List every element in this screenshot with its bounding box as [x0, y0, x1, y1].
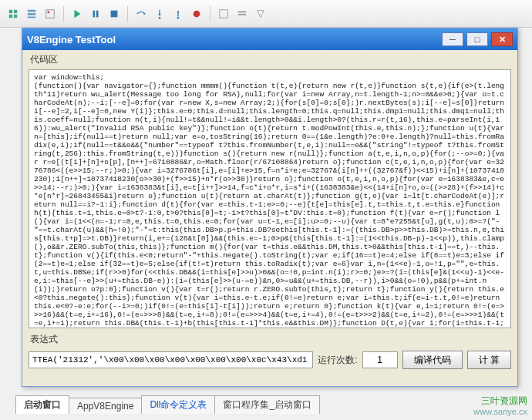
tab-appv8engine[interactable]: AppV8Engine	[69, 398, 142, 414]
svg-rect-7	[46, 9, 55, 18]
svg-point-20	[194, 10, 200, 17]
toolbar-btn-a[interactable]	[215, 5, 232, 22]
svg-rect-6	[28, 16, 36, 18]
expression-input[interactable]	[29, 351, 313, 368]
close-button[interactable]: ✕	[491, 32, 513, 46]
stop-icon[interactable]	[106, 5, 123, 22]
svg-rect-22	[238, 11, 247, 12]
svg-point-16	[159, 16, 161, 18]
compile-button[interactable]: 编译代码	[402, 351, 463, 369]
toolbar-btn-c[interactable]	[252, 5, 269, 22]
code-section-label: 代码区	[22, 50, 517, 68]
tab-dll-commands[interactable]: Dll命令定义表	[141, 395, 215, 414]
window-title: V8Engine TestTool	[27, 34, 439, 45]
titlebar[interactable]: V8Engine TestTool ─ □ ✕	[22, 29, 517, 50]
tab-window-assembly[interactable]: 窗口程序集_启动窗口	[214, 395, 320, 414]
step-into-icon[interactable]	[151, 5, 168, 22]
svg-marker-15	[158, 14, 161, 16]
step-out-icon[interactable]	[170, 5, 187, 22]
watermark-url: www.sanye.cx	[473, 406, 527, 417]
calc-button[interactable]: 计 算	[467, 351, 511, 369]
tab-startup-window[interactable]: 启动窗口	[15, 395, 69, 414]
run-icon[interactable]	[69, 5, 86, 22]
expr-row: 运行次数: 编译代码 计 算	[29, 351, 511, 369]
svg-rect-10	[93, 10, 96, 17]
code-textarea[interactable]: var window=this; (function(){var navigat…	[29, 69, 511, 328]
svg-rect-21	[220, 9, 228, 18]
svg-rect-2	[9, 14, 12, 17]
test-tool-window: V8Engine TestTool ─ □ ✕ 代码区 var window=t…	[22, 28, 518, 387]
toolbar-btn-b[interactable]	[234, 5, 251, 22]
svg-rect-8	[48, 11, 50, 13]
expr-section-label: 表达式	[22, 330, 517, 348]
watermark-text: 三叶资源网	[473, 395, 527, 406]
toolbar-btn-2[interactable]	[23, 5, 40, 22]
svg-marker-9	[75, 9, 81, 18]
svg-rect-23	[238, 14, 247, 15]
run-count-label: 运行次数:	[318, 354, 357, 367]
maximize-button[interactable]: □	[466, 32, 488, 46]
svg-rect-0	[9, 9, 12, 12]
svg-marker-24	[258, 10, 264, 17]
svg-rect-11	[96, 10, 99, 17]
breakpoint-icon[interactable]	[188, 5, 205, 22]
pause-icon[interactable]	[87, 5, 104, 22]
svg-marker-18	[177, 10, 180, 12]
bottom-tabs: 启动窗口 AppV8Engine Dll命令定义表 窗口程序集_启动窗口	[15, 395, 319, 414]
svg-rect-1	[14, 9, 17, 12]
svg-point-19	[177, 16, 180, 18]
svg-rect-3	[14, 14, 17, 17]
toolbar-btn-1[interactable]	[5, 5, 22, 22]
ide-toolbar	[0, 0, 532, 28]
svg-rect-5	[28, 13, 36, 15]
svg-rect-12	[111, 10, 118, 17]
watermark: 三叶资源网 www.sanye.cx	[473, 395, 527, 417]
svg-rect-4	[28, 9, 36, 12]
step-over-icon[interactable]	[133, 5, 150, 22]
minimize-button[interactable]: ─	[442, 32, 463, 46]
toolbar-btn-3[interactable]	[42, 5, 59, 22]
run-count-input[interactable]	[362, 351, 398, 368]
